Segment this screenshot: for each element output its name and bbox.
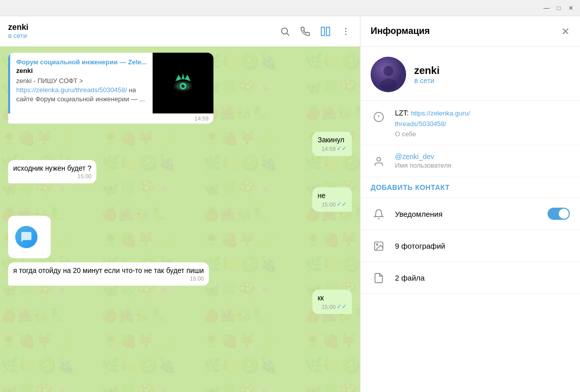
chat-header: zenki в сети — [0, 16, 360, 47]
username-value[interactable]: @zenki_dev — [395, 152, 451, 161]
chat-header-actions — [279, 25, 352, 37]
message-bubble: исходник нужен будет ? 15:00 — [8, 160, 96, 183]
table-row: Форум социальной инженерии — Zele... zen… — [8, 53, 352, 128]
profile-details: zenki в сети — [414, 65, 440, 85]
svg-point-23 — [376, 244, 378, 245]
call-button[interactable] — [299, 25, 311, 37]
read-receipt: ✓✓ — [337, 145, 347, 152]
message-text: я тогда отойду на 20 минут если что-то н… — [13, 266, 204, 275]
table-row — [8, 216, 352, 258]
notifications-label: Уведомления — [395, 210, 539, 218]
profile-status: в сети — [414, 76, 440, 85]
title-bar: — □ ✕ — [0, 0, 580, 16]
table-row: не 15:00 ✓✓ — [8, 187, 352, 212]
chat-messages: Форум социальной инженерии — Zele... zen… — [0, 47, 360, 392]
bio-label: О себе — [395, 130, 470, 138]
photos-row[interactable]: 9 фотографий — [360, 230, 580, 262]
username-icon — [371, 153, 387, 170]
svg-rect-2 — [321, 27, 324, 35]
chat-status: в сети — [8, 32, 279, 40]
link-preview-content: Форум социальной инженерии — Zele... zen… — [10, 53, 153, 113]
message-text: не — [317, 191, 325, 200]
username-content: @zenki_dev Имя пользователя — [395, 152, 451, 169]
chat-header-info: zenki в сети — [8, 23, 279, 40]
svg-point-0 — [281, 28, 287, 34]
avatar — [15, 226, 38, 248]
bio-row: LZT: https://zelenka.guru/threads/503045… — [371, 108, 570, 138]
svg-point-5 — [345, 30, 347, 32]
message-time: 15:00 — [78, 173, 92, 179]
username-label: Имя пользователя — [395, 162, 451, 169]
bio-link: LZT: https://zelenka.guru/threads/503045… — [395, 108, 470, 129]
message-time: 15:00 — [321, 202, 336, 208]
svg-marker-8 — [182, 73, 185, 80]
add-contact-button[interactable]: ДОБАВИТЬ КОНТАКТ — [360, 177, 580, 198]
files-label: 2 файла — [395, 273, 425, 282]
chat-name: zenki — [8, 23, 279, 32]
table-row: Закинул 14:59 ✓✓ — [8, 132, 352, 156]
bio-content: LZT: https://zelenka.guru/threads/503045… — [395, 108, 470, 138]
link-preview-image — [153, 53, 213, 113]
more-button[interactable] — [340, 25, 352, 37]
svg-point-6 — [345, 33, 347, 35]
link-preview-time: 14:59 — [8, 113, 213, 124]
message-time: 15:00 — [190, 276, 204, 282]
message-bubble: кк 15:00 ✓✓ — [312, 290, 352, 314]
info-panel: Информация ✕ zen — [360, 16, 580, 392]
message-bubble: я тогда отойду на 20 минут если что-то н… — [8, 262, 209, 286]
link-preview-link[interactable]: Форум социальной инженерии — Zele... — [16, 58, 147, 66]
table-row: я тогда отойду на 20 минут если что-то н… — [8, 262, 352, 286]
table-row: исходник нужен будет ? 15:00 — [8, 160, 352, 183]
info-icon — [371, 109, 387, 125]
message-bubble: не 15:00 ✓✓ — [312, 187, 352, 212]
info-header: Информация ✕ — [360, 16, 580, 47]
link-preview-desc: zenki - ПИШУ СОФТ > https://zelenka.guru… — [16, 76, 147, 104]
bio-url[interactable]: https://zelenka.guru/threads/5030458/ — [395, 109, 470, 128]
message-time: 15:00 — [321, 304, 336, 310]
svg-point-17 — [380, 79, 396, 91]
link-preview-title: Форум социальной инженерии — Zele... — [16, 58, 147, 66]
photos-label: 9 фотографий — [395, 242, 445, 250]
svg-point-21 — [377, 158, 380, 161]
link-preview-sender: zenki — [16, 67, 147, 74]
svg-marker-9 — [185, 75, 191, 82]
svg-point-16 — [383, 66, 393, 76]
close-button[interactable]: ✕ — [566, 3, 576, 13]
profile-section: zenki в сети — [360, 47, 580, 101]
profile-name: zenki — [414, 65, 440, 76]
message-text: исходник нужен будет ? — [13, 164, 91, 172]
link-preview-bubble: Форум социальной инженерии — Zele... zen… — [8, 53, 213, 124]
notifications-toggle[interactable] — [548, 208, 570, 220]
username-row: @zenki_dev Имя пользователя — [371, 152, 570, 170]
avatar — [371, 57, 406, 92]
link-preview-url[interactable]: https://zelenka.guru/threads/5030458/ — [16, 86, 127, 94]
svg-point-4 — [345, 27, 347, 29]
message-time: 14:59 — [321, 146, 336, 152]
table-row: кк 15:00 ✓✓ — [8, 290, 352, 314]
svg-line-1 — [287, 33, 289, 35]
search-button[interactable] — [279, 25, 291, 37]
username-section: @zenki_dev Имя пользователя — [360, 145, 580, 177]
close-info-button[interactable]: ✕ — [561, 25, 570, 37]
layout-button[interactable] — [319, 25, 332, 37]
read-receipt: ✓✓ — [337, 303, 347, 310]
minimize-button[interactable]: — — [541, 3, 552, 13]
photos-icon — [371, 238, 387, 254]
svg-marker-7 — [175, 75, 182, 82]
notifications-row: Уведомления — [360, 198, 580, 230]
message-bubble: Закинул 14:59 ✓✓ — [312, 132, 352, 156]
info-panel-title: Информация — [371, 26, 561, 36]
main-container: zenki в сети — [0, 16, 580, 392]
message-text: Закинул — [317, 136, 344, 144]
notification-icon — [371, 206, 387, 222]
svg-point-14 — [184, 85, 185, 86]
blurred-message-bubble — [8, 216, 51, 258]
message-text: кк — [317, 294, 323, 302]
maximize-button[interactable]: □ — [554, 3, 564, 13]
svg-rect-3 — [327, 27, 330, 35]
files-row[interactable]: 2 файла — [360, 262, 580, 294]
chat-panel: zenki в сети — [0, 16, 360, 392]
bio-section: LZT: https://zelenka.guru/threads/503045… — [360, 101, 580, 145]
files-icon — [371, 270, 387, 286]
read-receipt: ✓✓ — [337, 201, 347, 208]
